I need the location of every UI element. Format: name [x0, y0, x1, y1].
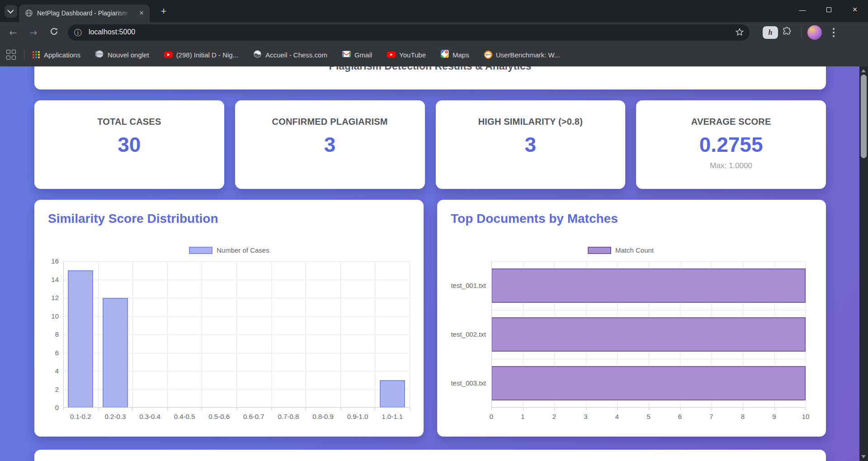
axis-tick-mark [132, 408, 133, 410]
x-axis-tick: 0.8-0.9 [306, 413, 340, 420]
close-window-button[interactable]: × [842, 0, 868, 19]
scroll-up-icon[interactable] [861, 69, 866, 72]
top-documents-chart[interactable]: 012345678910test_001.txttest_002.txttest… [491, 261, 806, 408]
bookmark-initial-d[interactable]: (298) Initial D - Nig... [164, 51, 239, 59]
gridline [491, 261, 806, 262]
reload-button[interactable] [47, 26, 61, 39]
site-info-icon[interactable]: ⓘ [74, 28, 82, 38]
scrollbar-thumb[interactable] [861, 75, 867, 158]
bookmark-chess-com[interactable]: Accueil - Chess.com [253, 50, 327, 60]
axis-tick-mark [340, 408, 341, 410]
page-scrollbar[interactable] [859, 66, 868, 461]
gridline [167, 261, 168, 408]
axis-tick-mark [236, 408, 237, 410]
axis-tick-mark [375, 408, 375, 410]
x-axis-tick: 0 [482, 413, 500, 420]
stat-card-average-score: AVERAGE SCORE 0.2755 Max: 1.0000 [636, 100, 826, 189]
x-axis-tick: 10 [797, 413, 815, 420]
x-axis-tick: 0.2-0.3 [98, 413, 133, 420]
bar-0.2-0.3 [103, 298, 128, 408]
bookmark-gmail[interactable]: Gmail [342, 51, 372, 59]
x-axis-tick: 5 [640, 413, 658, 420]
y-axis-tick: 8 [42, 330, 59, 338]
stat-card-high-similarity: HIGH SIMILARITY (>0.8) 3 [436, 100, 626, 189]
bookmark-maps[interactable]: Maps [441, 50, 469, 60]
browser-tab[interactable]: NetPlag Dashboard - Plagiarism × [19, 5, 150, 22]
chart-title: Similarity Score Distribution [48, 212, 218, 226]
top-documents-card: Top Documents by Matches Match Count 012… [437, 200, 826, 437]
bookmark-label: YouTube [399, 51, 426, 59]
bar-test_001.txt [491, 268, 806, 303]
side-panel-grid-icon[interactable] [6, 50, 16, 60]
axis-tick-mark [63, 408, 64, 410]
forward-button[interactable]: → [27, 26, 40, 39]
maximize-button[interactable] [816, 0, 842, 19]
gridline [410, 261, 410, 408]
stat-card-confirmed-plagiarism: CONFIRMED PLAGIARISM 3 [235, 100, 425, 189]
axis-tick-mark [743, 408, 743, 410]
bookmark-userbenchmark[interactable]: UserBenchmark: W... [484, 51, 560, 59]
bookmark-label: UserBenchmark: W... [496, 51, 560, 59]
globe-icon [253, 50, 262, 60]
bar-test_003.txt [491, 366, 806, 400]
back-button[interactable]: ← [6, 26, 20, 39]
extensions-puzzle-icon[interactable] [782, 26, 793, 39]
gmail-icon [342, 51, 351, 59]
stat-value: 30 [34, 132, 224, 157]
stat-label: TOTAL CASES [34, 117, 224, 127]
gridline [98, 261, 99, 408]
url-text[interactable]: localhost:5000 [89, 28, 135, 36]
x-axis-tick: 4 [608, 413, 626, 420]
y-axis-line [491, 261, 492, 408]
address-bar[interactable]: ⓘ localhost:5000 [68, 24, 750, 41]
similarity-distribution-card: Similarity Score Distribution Number of … [34, 200, 424, 437]
youtube-icon [164, 52, 173, 58]
axis-tick-mark [98, 408, 99, 410]
tab-search-button[interactable] [5, 5, 17, 18]
dashboard-page: Plagiarism Detection Results & Analytics… [0, 66, 859, 461]
y-axis-tick: 4 [42, 367, 59, 375]
new-tab-button[interactable]: + [157, 5, 170, 18]
bookmark-youtube[interactable]: YouTube [387, 51, 426, 59]
youtube-icon [387, 52, 396, 58]
bookmark-applications[interactable]: Applications [33, 51, 80, 59]
x-axis-tick: 0.5-0.6 [202, 413, 236, 420]
x-axis-line [491, 407, 806, 408]
bookmarks-bar: Applications Nouvel onglet (298) Initial… [0, 43, 868, 66]
bookmark-star-icon[interactable] [735, 28, 744, 38]
y-axis-tick: 0 [42, 404, 59, 411]
x-axis-tick: 0.9-1.0 [340, 413, 375, 420]
tab-strip: NetPlag Dashboard - Plagiarism × + — × [0, 0, 868, 22]
stat-label: AVERAGE SCORE [636, 117, 826, 127]
reload-icon [50, 27, 58, 36]
bookmark-nouvel-onglet[interactable]: Nouvel onglet [95, 50, 149, 60]
y-axis-line [63, 261, 64, 408]
x-axis-tick: 1.0-1.1 [375, 413, 410, 420]
tab-title: NetPlag Dashboard - Plagiarism [37, 9, 133, 18]
similarity-distribution-chart[interactable]: 02468101214160.1-0.20.2-0.30.3-0.40.4-0.… [63, 261, 410, 408]
stats-row: TOTAL CASES 30 CONFIRMED PLAGIARISM 3 HI… [34, 100, 826, 189]
axis-tick-mark [271, 408, 272, 410]
axis-tick-mark [306, 408, 306, 410]
y-axis-tick: 12 [42, 294, 59, 301]
gridline [375, 261, 375, 408]
gridline [271, 261, 272, 408]
profile-avatar[interactable] [807, 25, 822, 40]
browser-menu-button[interactable] [833, 28, 835, 39]
stat-label: HIGH SIMILARITY (>0.8) [436, 117, 626, 127]
bookmark-label: Applications [44, 51, 80, 59]
axis-tick-mark [167, 408, 168, 410]
gridline [491, 359, 806, 359]
axis-tick-mark [410, 408, 410, 410]
tab-close-icon[interactable]: × [137, 9, 146, 18]
x-axis-tick: 0.6-0.7 [236, 413, 271, 420]
extension-pinned-button[interactable]: h [763, 26, 778, 39]
minimize-button[interactable]: — [789, 0, 816, 19]
y-axis-tick: 6 [42, 349, 59, 357]
scroll-down-icon[interactable] [861, 455, 866, 458]
y-axis-label: test_001.txt [432, 282, 486, 289]
bar-0.1-0.2 [68, 270, 93, 408]
x-axis-tick: 9 [765, 413, 783, 420]
gridline [806, 261, 806, 408]
axis-tick-mark [554, 408, 555, 410]
